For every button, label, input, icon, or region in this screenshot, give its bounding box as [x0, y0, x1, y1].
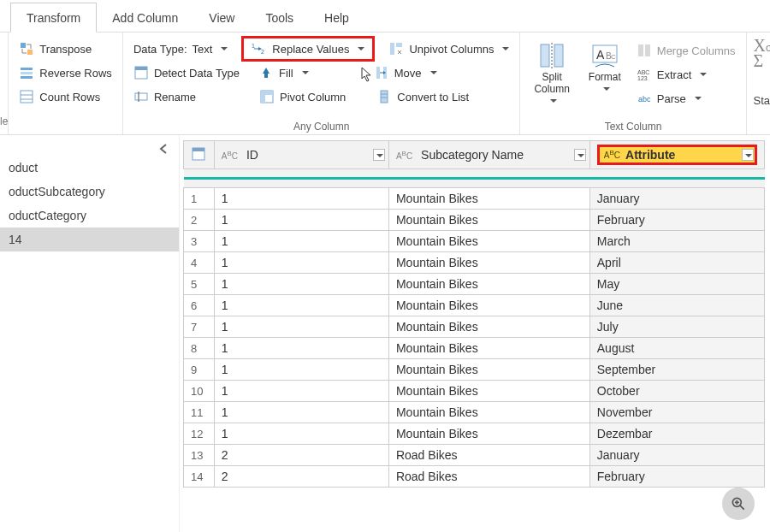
data-grid[interactable]: ABC ID ABC Subcategory Name ABC Attribut…: [183, 140, 765, 488]
cell-subcategory[interactable]: Mountain Bikes: [388, 295, 589, 316]
column-filter-attr[interactable]: [742, 149, 754, 161]
move-button[interactable]: Move: [370, 63, 441, 82]
cell-attribute[interactable]: October: [589, 381, 764, 402]
cell-subcategory[interactable]: Mountain Bikes: [388, 231, 589, 252]
column-header-id[interactable]: ABC ID: [214, 141, 388, 169]
cell-attribute[interactable]: February: [589, 210, 764, 231]
sidebar-item-productsubcategory[interactable]: oductSubcategory: [0, 180, 179, 204]
cell-subcategory[interactable]: Mountain Bikes: [388, 210, 589, 231]
cell-subcategory[interactable]: Mountain Bikes: [388, 316, 589, 338]
cell-id[interactable]: 1: [214, 274, 388, 295]
format-button[interactable]: ABC Format: [582, 38, 628, 119]
data-type-dropdown[interactable]: Data Type: Text: [130, 41, 231, 57]
cell-id[interactable]: 1: [214, 359, 388, 381]
table-row[interactable]: 111Mountain BikesNovember: [184, 402, 765, 423]
cell-subcategory[interactable]: Mountain Bikes: [388, 359, 589, 381]
cell-id[interactable]: 2: [214, 445, 388, 466]
cell-id[interactable]: 1: [214, 381, 388, 402]
cell-attribute[interactable]: January: [589, 445, 764, 466]
reverse-rows-icon: [19, 65, 34, 80]
tab-help[interactable]: Help: [309, 3, 364, 32]
table-row[interactable]: 142Road BikesFebruary: [184, 466, 765, 488]
cell-attribute[interactable]: March: [589, 231, 764, 252]
sidebar-item-productcategory[interactable]: oductCategory: [0, 204, 179, 228]
cell-attribute[interactable]: January: [589, 188, 764, 210]
cell-attribute[interactable]: June: [589, 295, 764, 316]
svg-rect-28: [541, 44, 549, 67]
zoom-button[interactable]: [722, 488, 755, 520]
column-filter-sub[interactable]: [574, 149, 586, 161]
cell-id[interactable]: 1: [214, 252, 388, 274]
pivot-column-button[interactable]: Pivot Column: [256, 87, 349, 106]
cell-id[interactable]: 1: [214, 295, 388, 316]
cell-subcategory[interactable]: Mountain Bikes: [388, 402, 589, 423]
cell-id[interactable]: 2: [214, 466, 388, 488]
table-row[interactable]: 11Mountain BikesJanuary: [184, 188, 765, 210]
sidebar-item-product[interactable]: oduct: [0, 156, 179, 180]
table-row[interactable]: 121Mountain BikesDezembar: [184, 423, 765, 445]
cell-attribute[interactable]: February: [589, 466, 764, 488]
ribbon: le Transpose Reverse Rows: [0, 33, 770, 135]
tab-tools[interactable]: Tools: [250, 3, 309, 32]
rename-button[interactable]: Rename: [130, 87, 199, 106]
table-row[interactable]: 71Mountain BikesJuly: [184, 316, 765, 338]
parse-button[interactable]: abc Parse: [633, 89, 705, 108]
cell-id[interactable]: 1: [214, 338, 388, 359]
tab-transform[interactable]: Transform: [10, 3, 97, 33]
table-row[interactable]: 41Mountain BikesApril: [184, 252, 765, 274]
count-rows-button[interactable]: Count Rows: [15, 87, 104, 106]
table-row[interactable]: 132Road BikesJanuary: [184, 445, 765, 466]
detect-data-type-button[interactable]: Detect Data Type: [130, 63, 243, 82]
cell-attribute[interactable]: April: [589, 252, 764, 274]
merge-columns-button[interactable]: Merge Columns: [633, 41, 739, 60]
sidebar-collapse-button[interactable]: [157, 142, 170, 156]
table-row[interactable]: 101Mountain BikesOctober: [184, 381, 765, 402]
cell-subcategory[interactable]: Road Bikes: [388, 466, 589, 488]
row-number: 3: [184, 231, 215, 252]
svg-text:C: C: [611, 53, 616, 61]
split-column-button[interactable]: Split Column: [527, 38, 576, 119]
svg-rect-3: [21, 72, 33, 74]
cell-id[interactable]: 1: [214, 188, 388, 210]
cell-attribute[interactable]: Dezembar: [589, 423, 764, 445]
transpose-button[interactable]: Transpose: [15, 39, 95, 58]
cell-id[interactable]: 1: [214, 423, 388, 445]
cell-id[interactable]: 1: [214, 210, 388, 231]
column-header-subcategory[interactable]: ABC Subcategory Name: [388, 141, 589, 169]
grid-corner[interactable]: [184, 141, 215, 169]
table-row[interactable]: 21Mountain BikesFebruary: [184, 210, 765, 231]
replace-values-button[interactable]: 12 Replace Values: [243, 38, 373, 60]
cell-id[interactable]: 1: [214, 402, 388, 423]
table-row[interactable]: 61Mountain BikesJune: [184, 295, 765, 316]
row-number: 7: [184, 316, 215, 338]
column-filter-id[interactable]: [373, 149, 385, 161]
table-row[interactable]: 31Mountain BikesMarch: [184, 231, 765, 252]
extract-button[interactable]: ABC123 Extract: [633, 65, 710, 84]
tab-add-column[interactable]: Add Column: [97, 3, 193, 32]
unpivot-columns-button[interactable]: Unpivot Columns: [385, 39, 512, 58]
reverse-rows-button[interactable]: Reverse Rows: [15, 63, 116, 82]
cell-attribute[interactable]: May: [589, 274, 764, 295]
cell-subcategory[interactable]: Mountain Bikes: [388, 274, 589, 295]
cell-subcategory[interactable]: Mountain Bikes: [388, 338, 589, 359]
cell-id[interactable]: 1: [214, 316, 388, 338]
cell-subcategory[interactable]: Mountain Bikes: [388, 423, 589, 445]
sidebar-item-14[interactable]: 14: [0, 228, 179, 251]
convert-to-list-button[interactable]: Convert to List: [373, 87, 472, 106]
table-row[interactable]: 81Mountain BikesAugust: [184, 338, 765, 359]
column-header-attribute[interactable]: ABC Attribute: [589, 141, 764, 169]
cell-subcategory[interactable]: Road Bikes: [388, 445, 589, 466]
tab-view[interactable]: View: [193, 3, 250, 32]
cell-subcategory[interactable]: Mountain Bikes: [388, 252, 589, 274]
cell-attribute[interactable]: September: [589, 359, 764, 381]
cell-id[interactable]: 1: [214, 231, 388, 252]
table-row[interactable]: 91Mountain BikesSeptember: [184, 359, 765, 381]
fill-button[interactable]: Fill: [255, 63, 312, 82]
cell-attribute[interactable]: August: [589, 338, 764, 359]
cell-subcategory[interactable]: Mountain Bikes: [388, 188, 589, 210]
cell-attribute[interactable]: November: [589, 402, 764, 423]
table-row[interactable]: 51Mountain BikesMay: [184, 274, 765, 295]
cell-subcategory[interactable]: Mountain Bikes: [388, 381, 589, 402]
svg-rect-5: [21, 91, 33, 103]
cell-attribute[interactable]: July: [589, 316, 764, 338]
